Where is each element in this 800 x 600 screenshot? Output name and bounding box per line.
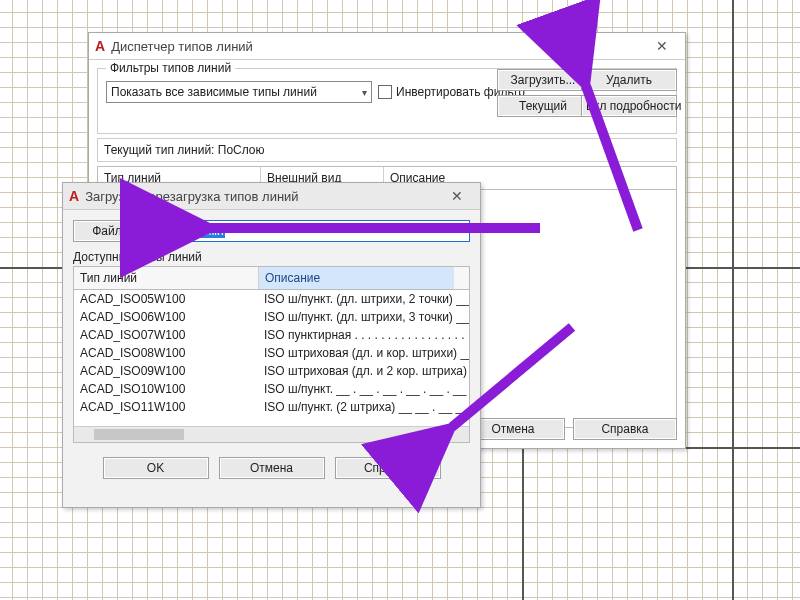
cell-description: ISO ш/пункт. (2 штриха) __ __ . __ __ . [258,398,469,416]
cell-description: ISO ш/пункт. (дл. штрихи, 2 точки) ___ .… [258,290,469,308]
load-button[interactable]: Загрузить... [497,69,589,91]
file-input-value: acadiso.lin [166,224,225,238]
filters-legend: Фильтры типов линий [106,61,235,75]
col-linetype[interactable]: Тип линий [74,267,259,289]
app-logo-icon: A [69,188,79,204]
show-details-button[interactable]: Вкл подробности [581,95,677,117]
cell-linetype: ACAD_ISO11W100 [74,398,258,416]
load-help-button[interactable]: Справка [335,457,441,479]
checkbox-icon [378,85,392,99]
load-cancel-button[interactable]: Отмена [219,457,325,479]
cell-description: ISO ш/пункт. (дл. штрихи, 3 точки) ___ .… [258,308,469,326]
cell-linetype: ACAD_ISO09W100 [74,362,258,380]
cell-description: ISO штриховая (дл. и 2 кор. штриха) __ [258,362,469,380]
table-row[interactable]: ACAD_ISO10W100ISO ш/пункт. __ . __ . __ … [74,380,469,398]
cell-linetype: ACAD_ISO07W100 [74,326,258,344]
axis-vertical [732,0,734,600]
table-row[interactable]: ACAD_ISO07W100ISO пунктирная . . . . . .… [74,326,469,344]
cell-linetype: ACAD_ISO08W100 [74,344,258,362]
scrollbar-horizontal[interactable] [74,426,469,442]
table-row[interactable]: ACAD_ISO11W100ISO ш/пункт. (2 штриха) __… [74,398,469,416]
delete-button[interactable]: Удалить [581,69,677,91]
cell-linetype: ACAD_ISO05W100 [74,290,258,308]
available-label: Доступные типы линий [73,250,470,264]
axis-vertical-2 [522,447,524,600]
load-ok-button[interactable]: OK [103,457,209,479]
file-button[interactable]: Файл... [73,220,151,242]
file-input[interactable]: acadiso.lin [161,220,470,242]
table-row[interactable]: ACAD_ISO09W100ISO штриховая (дл. и 2 кор… [74,362,469,380]
close-icon[interactable]: ✕ [645,33,679,59]
filter-dropdown-value: Показать все зависимые типы линий [111,85,317,99]
titlebar[interactable]: A Диспетчер типов линий ✕ [89,33,685,60]
available-table[interactable]: Тип линий Описание ACAD_ISO05W100ISO ш/п… [73,266,470,443]
table-row[interactable]: ACAD_ISO08W100ISO штриховая (дл. и кор. … [74,344,469,362]
app-logo-icon: A [95,38,105,54]
cell-description: ISO ш/пункт. __ . __ . __ . __ . __ . __… [258,380,469,398]
cell-description: ISO пунктирная . . . . . . . . . . . . .… [258,326,469,344]
window-title: Диспетчер типов линий [111,39,253,54]
cell-linetype: ACAD_ISO10W100 [74,380,258,398]
current-linetype-label: Текущий тип линий: ПоСлою [97,138,677,162]
col-description[interactable]: Описание [259,267,454,289]
mgr-help-button[interactable]: Справка [573,418,677,440]
cell-description: ISO штриховая (дл. и кор. штрихи) ____ [258,344,469,362]
cell-linetype: ACAD_ISO06W100 [74,308,258,326]
filter-dropdown[interactable]: Показать все зависимые типы линий ▾ [106,81,372,103]
scroll-thumb[interactable] [94,429,184,440]
close-icon[interactable]: ✕ [440,183,474,209]
chevron-down-icon: ▾ [362,87,367,98]
window-title: Загрузка/перезагрузка типов линий [85,189,298,204]
current-button[interactable]: Текущий [497,95,589,117]
titlebar[interactable]: A Загрузка/перезагрузка типов линий ✕ [63,183,480,210]
table-row[interactable]: ACAD_ISO06W100ISO ш/пункт. (дл. штрихи, … [74,308,469,326]
table-row[interactable]: ACAD_ISO05W100ISO ш/пункт. (дл. штрихи, … [74,290,469,308]
load-linetypes-window: A Загрузка/перезагрузка типов линий ✕ Фа… [62,182,481,508]
